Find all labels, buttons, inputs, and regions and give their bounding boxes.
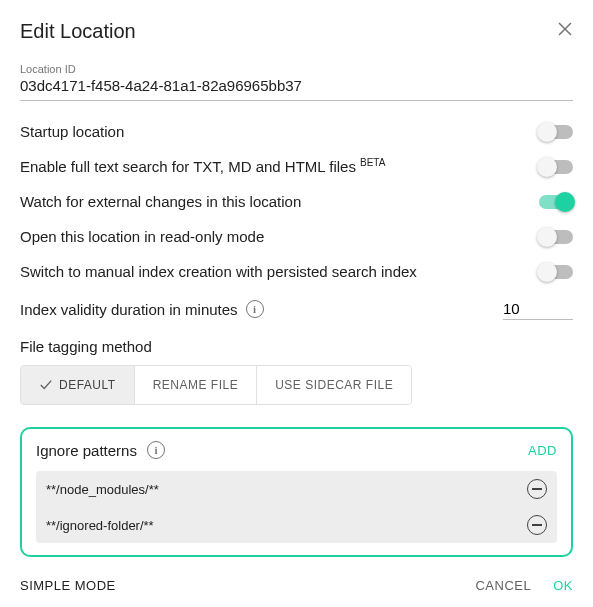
tagging-sidecar-button[interactable]: USE SIDECAR FILE — [257, 366, 411, 404]
manual-index-label: Switch to manual index creation with per… — [20, 263, 417, 280]
startup-location-label: Startup location — [20, 123, 124, 140]
info-icon[interactable]: i — [246, 300, 264, 318]
tagging-rename-button[interactable]: RENAME FILE — [135, 366, 258, 404]
fulltext-search-label: Enable full text search for TXT, MD and … — [20, 158, 385, 175]
add-pattern-button[interactable]: ADD — [528, 443, 557, 458]
check-icon — [39, 378, 53, 392]
tagging-method-group: DEFAULT RENAME FILE USE SIDECAR FILE — [20, 365, 412, 405]
pattern-text: **/ignored-folder/** — [46, 518, 154, 533]
index-duration-label: Index validity duration in minutes — [20, 301, 238, 318]
watch-changes-toggle[interactable] — [539, 195, 573, 209]
remove-icon[interactable] — [527, 479, 547, 499]
index-duration-input[interactable] — [503, 298, 573, 320]
location-id-label: Location ID — [20, 63, 573, 75]
simple-mode-button[interactable]: SIMPLE MODE — [20, 578, 116, 593]
ok-button[interactable]: OK — [553, 578, 573, 593]
info-icon[interactable]: i — [147, 441, 165, 459]
pattern-list: **/node_modules/** **/ignored-folder/** — [36, 471, 557, 543]
startup-location-toggle[interactable] — [539, 125, 573, 139]
file-tagging-label: File tagging method — [20, 338, 573, 355]
fulltext-search-toggle[interactable] — [539, 160, 573, 174]
watch-changes-label: Watch for external changes in this locat… — [20, 193, 301, 210]
cancel-button[interactable]: CANCEL — [475, 578, 531, 593]
beta-badge: BETA — [360, 157, 385, 168]
readonly-mode-label: Open this location in read-only mode — [20, 228, 264, 245]
list-item: **/ignored-folder/** — [36, 507, 557, 543]
ignore-patterns-section: Ignore patterns i ADD **/node_modules/**… — [20, 427, 573, 557]
remove-icon[interactable] — [527, 515, 547, 535]
list-item: **/node_modules/** — [36, 471, 557, 507]
dialog-title: Edit Location — [20, 20, 136, 43]
tagging-default-button[interactable]: DEFAULT — [21, 366, 135, 404]
readonly-mode-toggle[interactable] — [539, 230, 573, 244]
close-icon[interactable] — [557, 21, 573, 42]
manual-index-toggle[interactable] — [539, 265, 573, 279]
ignore-patterns-label: Ignore patterns — [36, 442, 137, 459]
location-id-value: 03dc4171-f458-4a24-81a1-82a96965bb37 — [20, 77, 573, 101]
pattern-text: **/node_modules/** — [46, 482, 159, 497]
